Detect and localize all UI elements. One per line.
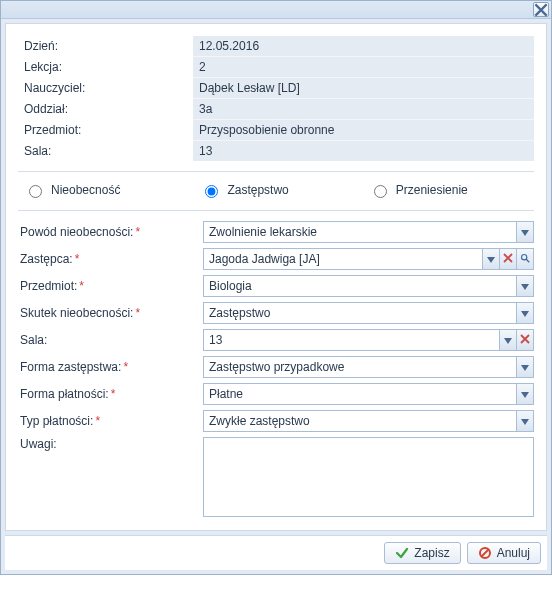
combo-sala[interactable] — [203, 329, 534, 351]
label-przedmiot-text: Przedmiot: — [20, 279, 77, 293]
combo-powod-trigger[interactable] — [516, 222, 533, 242]
combo-przedmiot[interactable] — [203, 275, 534, 297]
sala-clear-trigger[interactable] — [516, 330, 533, 350]
combo-forma-zast-input[interactable] — [204, 357, 516, 377]
close-button[interactable] — [533, 2, 549, 17]
combo-zastepca-input[interactable] — [204, 249, 482, 269]
dialog-window: Dzień: 12.05.2016 Lekcja: 2 Nauczyciel: … — [0, 0, 552, 575]
zastepca-clear-trigger[interactable] — [499, 249, 516, 269]
label-uwagi-text: Uwagi: — [20, 437, 57, 451]
label-zastepca-text: Zastępca: — [20, 252, 73, 266]
row-forma-plat: Forma płatności:* — [18, 383, 534, 405]
required-mark: * — [95, 414, 100, 428]
info-value-nauczyciel: Dąbek Lesław [LD] — [193, 78, 534, 99]
label-forma-plat-text: Forma płatności: — [20, 387, 109, 401]
combo-sala-input[interactable] — [204, 330, 499, 350]
combo-forma-plat-trigger[interactable] — [516, 384, 533, 404]
cancel-button-label: Anuluj — [497, 546, 530, 560]
combo-forma-plat[interactable] — [203, 383, 534, 405]
chevron-down-icon — [521, 306, 529, 320]
radio-przeniesienie-label: Przeniesienie — [396, 183, 468, 197]
clear-icon — [520, 333, 530, 347]
info-label-lekcja: Lekcja: — [18, 57, 193, 78]
row-przedmiot: Przedmiot:* — [18, 275, 534, 297]
combo-typ-plat[interactable] — [203, 410, 534, 432]
label-powod: Powód nieobecności:* — [18, 225, 203, 239]
combo-skutek-trigger[interactable] — [516, 303, 533, 323]
save-button[interactable]: Zapisz — [384, 542, 460, 564]
row-typ-plat: Typ płatności:* — [18, 410, 534, 432]
dialog-body: Dzień: 12.05.2016 Lekcja: 2 Nauczyciel: … — [5, 23, 547, 531]
separator — [18, 210, 534, 211]
combo-przedmiot-input[interactable] — [204, 276, 516, 296]
label-sala-text: Sala: — [20, 333, 47, 347]
info-label-oddzial: Oddział: — [18, 99, 193, 120]
label-typ-plat-text: Typ płatności: — [20, 414, 93, 428]
radio-przeniesienie-input[interactable] — [374, 185, 387, 198]
titlebar — [1, 1, 551, 19]
check-icon — [395, 546, 409, 560]
combo-skutek[interactable] — [203, 302, 534, 324]
label-sala: Sala: — [18, 333, 203, 347]
row-uwagi: Uwagi: — [18, 437, 534, 517]
label-forma-zast-text: Forma zastępstwa: — [20, 360, 121, 374]
chevron-down-icon — [487, 252, 495, 266]
combo-skutek-input[interactable] — [204, 303, 516, 323]
combo-forma-zast-trigger[interactable] — [516, 357, 533, 377]
combo-typ-plat-input[interactable] — [204, 411, 516, 431]
forbidden-icon — [478, 546, 492, 560]
combo-zastepca-trigger[interactable] — [482, 249, 499, 269]
label-powod-text: Powód nieobecności: — [20, 225, 133, 239]
info-value-przedmiot: Przysposobienie obronne — [193, 120, 534, 141]
label-typ-plat: Typ płatności:* — [18, 414, 203, 428]
cancel-button[interactable]: Anuluj — [467, 542, 541, 564]
search-icon — [520, 252, 530, 266]
combo-forma-zast[interactable] — [203, 356, 534, 378]
svg-line-1 — [526, 259, 529, 262]
info-label-sala: Sala: — [18, 141, 193, 162]
separator — [18, 171, 534, 172]
required-mark: * — [111, 387, 116, 401]
textarea-uwagi[interactable] — [203, 437, 534, 517]
radio-nieobecnosc-input[interactable] — [29, 185, 42, 198]
radio-zastepstwo[interactable]: Zastępstwo — [200, 182, 288, 198]
row-powod: Powód nieobecności:* — [18, 221, 534, 243]
required-mark: * — [123, 360, 128, 374]
dialog-footer: Zapisz Anuluj — [5, 535, 547, 570]
svg-point-0 — [522, 255, 527, 260]
label-skutek-text: Skutek nieobecności: — [20, 306, 133, 320]
required-mark: * — [135, 306, 140, 320]
row-skutek: Skutek nieobecności:* — [18, 302, 534, 324]
radio-nieobecnosc[interactable]: Nieobecność — [24, 182, 120, 198]
close-icon — [534, 3, 548, 17]
combo-powod-input[interactable] — [204, 222, 516, 242]
clear-icon — [503, 252, 513, 266]
chevron-down-icon — [521, 387, 529, 401]
info-value-lekcja: 2 — [193, 57, 534, 78]
chevron-down-icon — [521, 279, 529, 293]
info-value-dzien: 12.05.2016 — [193, 36, 534, 57]
combo-przedmiot-trigger[interactable] — [516, 276, 533, 296]
label-uwagi: Uwagi: — [18, 437, 203, 451]
row-zastepca: Zastępca:* — [18, 248, 534, 270]
combo-powod[interactable] — [203, 221, 534, 243]
combo-sala-trigger[interactable] — [499, 330, 516, 350]
row-forma-zast: Forma zastępstwa:* — [18, 356, 534, 378]
chevron-down-icon — [521, 225, 529, 239]
combo-typ-plat-trigger[interactable] — [516, 411, 533, 431]
required-mark: * — [135, 225, 140, 239]
info-table: Dzień: 12.05.2016 Lekcja: 2 Nauczyciel: … — [18, 36, 534, 161]
radio-group-type: Nieobecność Zastępstwo Przeniesienie — [18, 182, 534, 202]
svg-line-3 — [481, 550, 488, 557]
combo-forma-plat-input[interactable] — [204, 384, 516, 404]
required-mark: * — [75, 252, 80, 266]
radio-przeniesienie[interactable]: Przeniesienie — [369, 182, 468, 198]
combo-zastepca[interactable] — [203, 248, 534, 270]
zastepca-search-trigger[interactable] — [516, 249, 533, 269]
radio-zastepstwo-input[interactable] — [205, 185, 218, 198]
info-label-dzien: Dzień: — [18, 36, 193, 57]
label-forma-plat: Forma płatności:* — [18, 387, 203, 401]
radio-nieobecnosc-label: Nieobecność — [51, 183, 120, 197]
chevron-down-icon — [521, 360, 529, 374]
chevron-down-icon — [521, 414, 529, 428]
